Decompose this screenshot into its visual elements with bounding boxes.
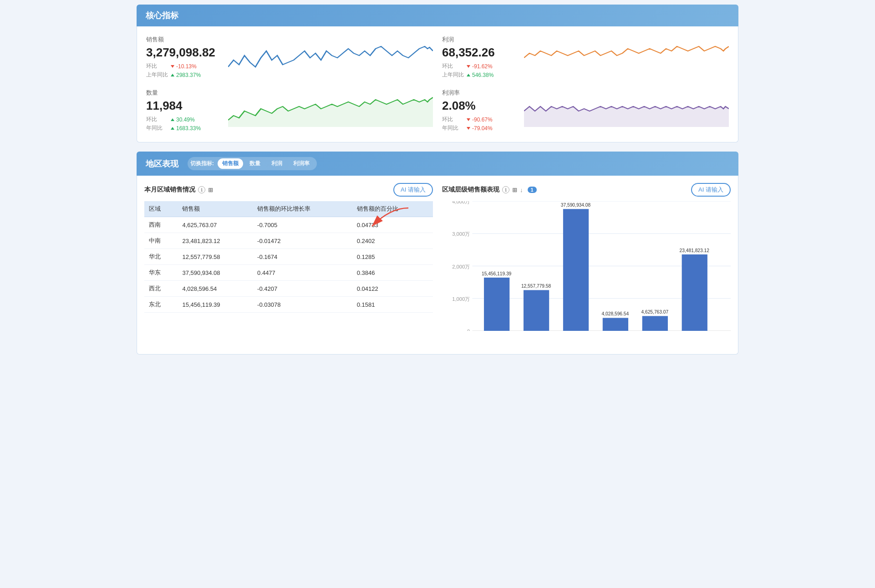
arrow-up-icon	[171, 74, 174, 76]
change-row-qoq-quantity: 环比 30.49%	[146, 116, 219, 123]
tab-sales[interactable]: 销售额	[218, 158, 243, 169]
metric-value-profit: 68,352.26	[442, 46, 515, 60]
metric-label-profitrate: 利润率	[442, 89, 515, 97]
region-section-title: 地区表现	[146, 158, 178, 169]
chart-filter-icon[interactable]: ⊞	[512, 187, 517, 193]
metric-changes-profit: 环比 -91.62% 上年同比 546.38%	[442, 62, 515, 79]
arrow-down-icon	[171, 65, 174, 68]
bar-huabei	[524, 290, 549, 331]
bar-chart-section: 区域层级销售额表现 ℹ ⊞ ↓ 1 AI 请输入	[442, 183, 731, 347]
core-metrics-header: 核心指标	[137, 5, 738, 26]
cell-region: 华东	[144, 265, 178, 281]
table-ai-button[interactable]: AI 请输入	[393, 183, 433, 197]
arrow-down-icon	[467, 127, 470, 130]
metric-card-profitrate: 利润率 2.08% 环比 -90.67% 年同比 -79.04%	[442, 89, 729, 133]
chart-info-icon[interactable]: ℹ	[502, 186, 509, 193]
metric-tabs[interactable]: 切换指标: 销售额 数量 利润 利润率	[188, 157, 317, 170]
tab-profit[interactable]: 利润	[267, 158, 287, 169]
arrow-up-icon	[467, 74, 470, 76]
bar-xinan	[642, 316, 668, 331]
chart-title: 区域层级销售额表现 ℹ ⊞ ↓ 1	[442, 186, 537, 194]
tab-quantity[interactable]: 数量	[245, 158, 265, 169]
svg-text:0: 0	[467, 329, 470, 331]
arrow-down-icon	[467, 118, 470, 121]
metric-changes-quantity: 环比 30.49% 年同比 1683.33%	[146, 116, 219, 132]
sparkline-profit	[524, 42, 729, 74]
svg-text:12,557,779.58: 12,557,779.58	[521, 284, 551, 289]
change-row-yoy-quantity: 年同比 1683.33%	[146, 124, 219, 132]
cell-growth: -0.01472	[253, 233, 352, 249]
chart-header: 区域层级销售额表现 ℹ ⊞ ↓ 1 AI 请输入	[442, 183, 731, 197]
cell-percent: 0.04733	[352, 217, 433, 233]
tab-profitrate[interactable]: 利润率	[289, 158, 314, 169]
svg-text:1,000万: 1,000万	[452, 296, 470, 302]
switch-label: 切换指标:	[190, 160, 214, 167]
table-row: 中南 23,481,823.12 -0.01472 0.2402	[144, 233, 433, 249]
metric-card-sales: 销售额 3,279,098.82 环比 -10.13% 上年同比	[146, 35, 433, 80]
region-content: 本月区域销售情况 ℹ ⊞ AI 请输入 区域 销售额 销售额的环比增长率	[137, 176, 738, 355]
svg-text:23,481,823.12: 23,481,823.12	[680, 248, 710, 253]
change-row-qoq-sales: 环比 -10.13%	[146, 62, 219, 70]
sparkline-profitrate	[524, 95, 729, 127]
bar-huadong	[563, 209, 589, 331]
core-metrics-section: 核心指标 销售额 3,279,098.82 环比 -10.13%	[137, 5, 738, 142]
chart-sort-icon[interactable]: ↓	[520, 187, 523, 193]
cell-growth: 0.4477	[253, 265, 352, 281]
cell-sales: 23,481,823.12	[178, 233, 253, 249]
cell-growth: -0.4207	[253, 281, 352, 297]
cell-percent: 0.3846	[352, 265, 433, 281]
bar-zhongnan	[682, 254, 707, 331]
cell-sales: 4,625,763.07	[178, 217, 253, 233]
table-row: 西北 4,028,596.54 -0.4207 0.04122	[144, 281, 433, 297]
arrow-down-icon	[467, 65, 470, 68]
svg-text:4,028,596.54: 4,028,596.54	[602, 311, 629, 316]
change-row-qoq-profitrate: 环比 -90.67%	[442, 116, 515, 123]
region-section-header: 地区表现 切换指标: 销售额 数量 利润 利润率	[137, 152, 738, 176]
bar-dongbei	[484, 278, 509, 331]
cell-sales: 4,028,596.54	[178, 281, 253, 297]
cell-growth: -0.7005	[253, 217, 352, 233]
table-header-row: 区域 销售额 销售额的环比增长率 销售额的百分比	[144, 201, 433, 217]
info-icon[interactable]: ℹ	[198, 186, 205, 193]
svg-text:4,000万: 4,000万	[452, 201, 470, 204]
cell-region: 西北	[144, 281, 178, 297]
cell-sales: 37,590,934.08	[178, 265, 253, 281]
metric-card-profit: 利润 68,352.26 环比 -91.62% 上年同比 546	[442, 35, 729, 80]
svg-text:37,590,934.08: 37,590,934.08	[561, 203, 591, 208]
metric-label-profit: 利润	[442, 35, 515, 44]
svg-text:15,456,119.39: 15,456,119.39	[482, 271, 512, 276]
filter-icon[interactable]: ⊞	[208, 187, 213, 193]
table-body: 西南 4,625,763.07 -0.7005 0.04733 中南 23,48…	[144, 217, 433, 313]
metric-label-sales: 销售额	[146, 35, 219, 44]
core-metrics-title: 核心指标	[146, 11, 178, 20]
cell-region: 华北	[144, 249, 178, 265]
metric-info-profit: 利润 68,352.26 环比 -91.62% 上年同比 546	[442, 35, 515, 80]
col-region: 区域	[144, 201, 178, 217]
metrics-grid: 销售额 3,279,098.82 环比 -10.13% 上年同比	[146, 35, 729, 133]
sparkline-quantity	[228, 95, 433, 127]
col-sales: 销售额	[178, 201, 253, 217]
cell-region: 中南	[144, 233, 178, 249]
col-percent: 销售额的百分比	[352, 201, 433, 217]
table-row: 华北 12,557,779.58 -0.1674 0.1285	[144, 249, 433, 265]
metric-info-sales: 销售额 3,279,098.82 环比 -10.13% 上年同比	[146, 35, 219, 80]
svg-text:2,000万: 2,000万	[452, 264, 470, 269]
table-section: 本月区域销售情况 ℹ ⊞ AI 请输入 区域 销售额 销售额的环比增长率	[144, 183, 433, 347]
cell-region: 东北	[144, 297, 178, 313]
metric-changes-profitrate: 环比 -90.67% 年同比 -79.04%	[442, 116, 515, 132]
sparkline-sales	[228, 42, 433, 74]
cell-percent: 0.1285	[352, 249, 433, 265]
region-sales-table: 区域 销售额 销售额的环比增长率 销售额的百分比 西南 4,625,763.07…	[144, 201, 433, 313]
cell-region: 西南	[144, 217, 178, 233]
arrow-up-icon	[171, 118, 174, 121]
cell-percent: 0.04122	[352, 281, 433, 297]
change-row-yoy-profit: 上年同比 546.38%	[442, 71, 515, 79]
col-growth: 销售额的环比增长率	[253, 201, 352, 217]
metric-info-quantity: 数量 11,984 环比 30.49% 年同比 1683.33%	[146, 89, 219, 133]
chart-ai-button[interactable]: AI 请输入	[691, 183, 731, 197]
change-row-qoq-profit: 环比 -91.62%	[442, 62, 515, 70]
svg-text:3,000万: 3,000万	[452, 231, 470, 237]
change-row-yoy-sales: 上年同比 2983.37%	[146, 71, 219, 79]
cell-percent: 0.1581	[352, 297, 433, 313]
cell-growth: -0.03078	[253, 297, 352, 313]
